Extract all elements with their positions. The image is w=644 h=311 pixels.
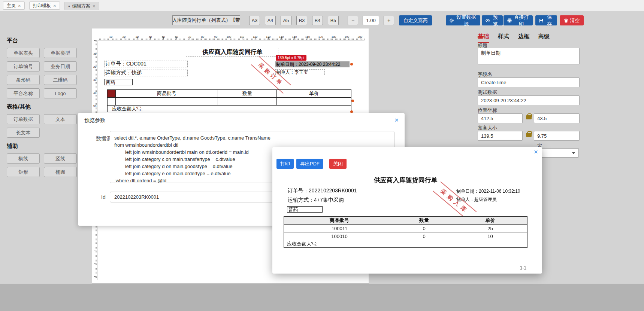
ruler-number: 130 xyxy=(266,35,271,39)
preview-doc-title: 供应商入库随货同行单 xyxy=(284,176,527,185)
order-no-element[interactable]: 订单号：CDC001 xyxy=(104,61,188,67)
ruler-number: 170 xyxy=(318,35,323,39)
title-input[interactable]: 制单日期 xyxy=(478,48,580,64)
palette-item-button[interactable]: 文本 xyxy=(44,114,77,124)
ruler-number: 50 xyxy=(162,35,165,39)
save-icon xyxy=(539,18,544,23)
resize-handle[interactable] xyxy=(350,110,353,113)
table-body-row xyxy=(108,98,351,106)
palette-item-button[interactable]: 条形码 xyxy=(7,75,40,85)
save-button[interactable]: 保存 xyxy=(535,15,557,25)
close-button[interactable]: 关闭 xyxy=(329,159,347,169)
datasource-label: 数据源 xyxy=(96,135,112,142)
field-name-label: 字段名 xyxy=(478,71,492,78)
preview-cell: 0 xyxy=(395,232,453,240)
drug-type-element[interactable]: 普药 xyxy=(104,79,133,85)
paper-size-button[interactable]: B5 xyxy=(328,16,339,25)
preview-table-header-row: 商品批号 数量 单价 xyxy=(284,217,527,225)
size-tooltip: 139.5pt x 9.75pt xyxy=(276,55,306,61)
zoom-value[interactable]: 1.00 xyxy=(363,16,379,25)
palette-item-button[interactable]: 矩形 xyxy=(7,167,40,177)
button-label: 保存 xyxy=(545,14,553,27)
set-datasource-button[interactable]: 设置数据源 xyxy=(446,15,480,25)
ruler-number: 20 xyxy=(123,35,126,39)
palette-item-button[interactable]: 二维码 xyxy=(44,75,77,85)
palette-group-auxiliary: 横线竖线矩形椭圆 xyxy=(7,153,90,177)
paper-size-button[interactable]: A5 xyxy=(281,16,291,25)
tab-basic[interactable]: 基础 xyxy=(478,33,489,43)
template-name-field[interactable]: 入库随货同行单（列表式）【带 xyxy=(172,15,240,25)
preview-header-cell: 商品批号 xyxy=(284,217,395,224)
palette-item-button[interactable]: 椭圆 xyxy=(44,167,77,177)
preview-button[interactable]: 预览 xyxy=(482,15,503,25)
transport-element[interactable]: 运输方式：快递 xyxy=(104,70,188,76)
palette-item-button[interactable]: Logo xyxy=(44,88,77,98)
position-y-input[interactable] xyxy=(534,113,580,123)
resize-handle[interactable] xyxy=(350,63,353,65)
ruler-number: 40 xyxy=(149,35,152,39)
print-button[interactable]: 打印 xyxy=(276,159,294,169)
palette-item-button[interactable]: 长文本 xyxy=(7,128,40,138)
clear-button[interactable]: 清空 xyxy=(560,15,584,25)
order-data-table-element[interactable]: 商品批号 数量 单价 应收金额大写: xyxy=(107,89,351,112)
paper-size-button[interactable]: A4 xyxy=(265,16,276,25)
palette-item-button[interactable]: 订单数据 xyxy=(7,114,40,124)
preview-table-row: 100011 0 25 xyxy=(284,225,527,232)
preview-table-row: 100010 0 10 xyxy=(284,232,527,240)
close-icon[interactable]: × xyxy=(534,148,538,155)
palette-item-button[interactable]: 竖线 xyxy=(44,153,77,164)
ruler-number: 70 xyxy=(188,35,191,39)
position-x-input[interactable] xyxy=(478,113,523,123)
tab-border[interactable]: 边框 xyxy=(518,33,529,43)
ruler-number: 110 xyxy=(240,35,244,39)
paper-size-button[interactable]: B4 xyxy=(312,16,323,25)
gear-icon xyxy=(450,18,454,23)
close-icon[interactable]: × xyxy=(93,4,96,9)
paper-size-button[interactable]: B3 xyxy=(296,16,307,25)
palette-item-button[interactable]: 单据表头 xyxy=(7,48,40,58)
tab-home[interactable]: 主页 × xyxy=(3,1,25,10)
trash-icon xyxy=(564,18,568,23)
preview-table-footer-row: 应收金额大写: xyxy=(284,240,527,247)
table-header-cell: 商品批号 xyxy=(116,90,218,97)
zoom-in-button[interactable]: + xyxy=(384,16,394,25)
palette-group-platform: 单据表头单据类型订单编号业务日期条形码二维码平台名称Logo xyxy=(7,48,90,98)
resize-handle[interactable] xyxy=(351,100,354,102)
button-label: 预览 xyxy=(492,14,499,27)
page-indicator: 1-1 xyxy=(520,265,526,271)
tab-bar: 主页 × 打印模板 × ● 编辑方案 × xyxy=(0,0,644,11)
paper-size-group: A3A4A5B3B4B5 xyxy=(249,16,339,25)
height-input[interactable] xyxy=(534,131,580,141)
button-label: 直接打印 xyxy=(514,14,529,27)
tab-label: 打印模板 xyxy=(33,3,51,9)
doc-title-element[interactable]: 供应商入库随货同行单 xyxy=(186,48,278,57)
close-icon[interactable]: × xyxy=(394,116,399,124)
palette-item-button[interactable]: 平台名称 xyxy=(7,88,40,98)
test-data-input[interactable] xyxy=(478,95,580,105)
width-input[interactable] xyxy=(478,131,523,141)
selected-column-marker[interactable] xyxy=(108,90,116,97)
close-icon[interactable]: × xyxy=(53,3,56,8)
palette-item-button[interactable]: 订单编号 xyxy=(7,61,40,71)
paper-size-button[interactable]: A3 xyxy=(249,16,260,25)
field-name-input[interactable] xyxy=(478,77,580,87)
lock-icon[interactable] xyxy=(526,133,532,137)
custom-size-button[interactable]: 自定义宽高 xyxy=(399,15,432,25)
direct-print-button[interactable]: 直接打印 xyxy=(504,15,533,25)
tab-print-template[interactable]: 打印模板 × xyxy=(29,1,60,10)
tab-advanced[interactable]: 高级 xyxy=(538,33,550,43)
preview-order-no: 订单号：2022102203RK0001 xyxy=(288,187,357,194)
tab-style[interactable]: 样式 xyxy=(498,33,509,43)
component-palette: 平台 单据表头单据类型订单编号业务日期条形码二维码平台名称Logo 表格/其他 … xyxy=(0,28,90,284)
selected-create-date-element[interactable]: 制单日期：2023-09-20 23:44:22 xyxy=(275,61,350,67)
palette-item-button[interactable]: 横线 xyxy=(7,153,40,164)
zoom-out-button[interactable]: − xyxy=(348,16,358,25)
creator-element[interactable]: 制单人：季玉宝 xyxy=(275,69,325,75)
preview-result-modal: × 打印 导出PDF 关闭 供应商入库随货同行单 订单号：2022102203R… xyxy=(272,147,542,274)
export-pdf-button[interactable]: 导出PDF xyxy=(296,159,323,169)
lock-icon[interactable] xyxy=(526,115,532,119)
close-icon[interactable]: × xyxy=(18,3,21,8)
palette-item-button[interactable]: 业务日期 xyxy=(44,61,77,71)
tab-edit-scheme[interactable]: ● 编辑方案 × xyxy=(64,2,99,10)
palette-item-button[interactable]: 单据类型 xyxy=(44,48,77,58)
